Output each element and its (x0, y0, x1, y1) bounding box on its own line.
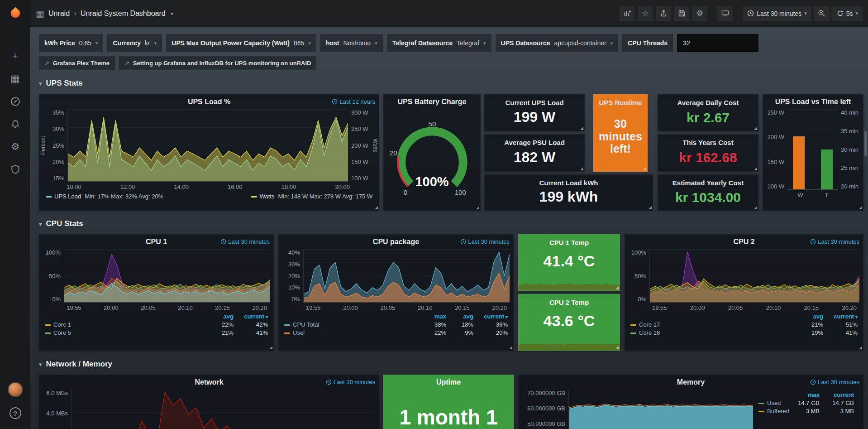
panel-title[interactable]: CPU 2 Temp (549, 299, 589, 306)
panel-title[interactable]: Average Daily Cost (677, 99, 739, 106)
panel-title[interactable]: UPS Load vs Time left (775, 98, 851, 106)
variable-ups-max-output[interactable]: UPS Max Output Power Capacity (Watt) 865… (166, 34, 316, 52)
panel-title[interactable]: Memory (677, 378, 705, 386)
legend-col-header[interactable]: avg (794, 313, 823, 320)
legend-col-header[interactable]: current (473, 313, 508, 320)
panel-title[interactable]: CPU 2 (733, 238, 754, 246)
link-grafana-plex-theme[interactable]: ↗ Grafana Plex Theme (39, 56, 115, 70)
refresh-picker[interactable]: 5s ▾ (832, 6, 863, 21)
variable-telegraf-datasource[interactable]: Telegraf Datasource Telegraf ▾ (387, 34, 491, 52)
cpu-threads-input[interactable] (677, 34, 758, 52)
legend-series[interactable]: Core 5 (45, 329, 205, 336)
variable-kwh-price[interactable]: kWh Price 0.65 ▾ (39, 34, 103, 52)
legend-series[interactable]: Core 16 (630, 329, 794, 336)
dashboards-icon[interactable]: ▦ (10, 73, 21, 85)
legend-col-header[interactable]: current (234, 313, 268, 320)
help-icon[interactable]: ? (10, 407, 21, 419)
legend-col-header[interactable]: current (823, 313, 858, 320)
legend-col-header[interactable]: avg (205, 313, 234, 320)
alerting-bell-icon[interactable] (10, 118, 21, 130)
panel-title[interactable]: CPU package (373, 238, 419, 246)
panel-title[interactable]: Uptime (436, 378, 461, 386)
network-chart[interactable] (71, 390, 375, 429)
panel-cpu2-temp: CPU 2 Temp 43.6 °C (518, 294, 620, 351)
panel-title[interactable]: UPS Runtime (599, 99, 642, 106)
panel-title[interactable]: This Years Cost (682, 139, 733, 146)
legend-col-header[interactable]: max (419, 313, 446, 320)
series-swatch (630, 324, 636, 326)
legend-series[interactable]: Buffered (758, 408, 791, 415)
memory-chart[interactable] (568, 390, 753, 429)
add-panel-button[interactable] (620, 6, 635, 21)
legend-series[interactable]: CPU Total (284, 321, 419, 328)
panel-header[interactable]: Memory Last 30 minutes (519, 375, 863, 390)
legend-entry[interactable]: WattsMin: 148 W Max: 278 W Avg: 175 W (251, 193, 372, 200)
variable-currency[interactable]: Currency kr ▾ (107, 34, 162, 52)
panel-header[interactable]: Network Last 30 minutes (39, 375, 379, 390)
bar-W[interactable] (793, 136, 805, 189)
axis-tick: 0% (52, 296, 61, 303)
panel-title[interactable]: Network (195, 378, 223, 386)
panel-header[interactable]: UPS Battery Charge (397, 95, 466, 109)
bar-T[interactable] (821, 149, 833, 190)
panel-header[interactable]: CPU 1 Last 30 minutes (39, 235, 273, 249)
legend-entry[interactable]: UPS LoadMin: 17% Max: 32% Avg: 20% (46, 193, 163, 200)
panel-header[interactable]: Uptime (436, 375, 461, 390)
panel-title[interactable]: CPU 1 Temp (549, 239, 589, 246)
panel-title[interactable]: CPU 1 (146, 238, 167, 246)
clock-icon (810, 239, 816, 245)
ups-bar-chart[interactable] (787, 109, 838, 190)
breadcrumb-folder[interactable]: Unraid (48, 10, 70, 18)
row-header-network-memory[interactable]: ▾ Network / Memory (39, 357, 112, 371)
cpu1-chart[interactable] (64, 249, 270, 303)
create-icon[interactable]: + (10, 50, 21, 62)
legend-series[interactable]: Used (758, 400, 791, 406)
panel-title[interactable]: Current Load kWh (539, 179, 598, 187)
magnifier-minus-icon (818, 10, 825, 17)
legend-series[interactable]: Core 17 (630, 321, 794, 328)
variable-label: host (326, 39, 339, 47)
ups-load-chart[interactable] (67, 109, 348, 182)
axis-tick: 0% (291, 296, 300, 303)
cpu2-chart[interactable] (649, 249, 859, 303)
panel-title[interactable]: Estimated Yearly Cost (672, 179, 744, 187)
legend-col-header[interactable]: current (820, 391, 854, 398)
time-picker[interactable]: Last 30 minutes ▾ (743, 6, 811, 21)
legend-series[interactable]: Core 1 (45, 321, 205, 328)
grafana-logo[interactable] (0, 0, 30, 27)
legend-series[interactable]: User (284, 329, 419, 336)
configuration-gear-icon[interactable]: ⚙ (10, 141, 21, 153)
zoom-out-button[interactable] (814, 6, 830, 21)
axis-tick: 0% (638, 296, 646, 303)
bar-label: W (797, 192, 803, 198)
explore-compass-icon[interactable] (10, 96, 21, 107)
server-admin-shield-icon[interactable] (10, 164, 21, 175)
save-dashboard-button[interactable] (674, 6, 689, 21)
legend-col-header[interactable]: avg (446, 313, 473, 320)
star-button[interactable]: ☆ (638, 6, 653, 21)
panel-current-load-kwh: Current Load kWh 199 kWh (484, 174, 653, 211)
scrollbar-thumb[interactable] (864, 131, 867, 156)
variable-host[interactable]: host Nostromo ▾ (320, 34, 383, 52)
chevron-down-icon[interactable]: ▾ (171, 10, 173, 17)
panel-header[interactable]: CPU 2 Last 30 minutes (625, 235, 863, 249)
link-ups-monitoring-guide[interactable]: ↗ Setting up Grafana and InfluxDB for UP… (119, 56, 317, 70)
dashboard-settings-button[interactable]: ⚙ (692, 6, 707, 21)
panel-header[interactable]: UPS Load vs Time left (763, 95, 863, 109)
legend-col-header[interactable]: max (791, 391, 820, 398)
panel-header[interactable]: CPU package Last 30 minutes (279, 235, 513, 249)
tv-kiosk-mode-button[interactable] (717, 6, 733, 21)
panel-title[interactable]: Current UPS Load (505, 99, 563, 106)
share-button[interactable] (656, 6, 671, 21)
user-avatar[interactable] (8, 382, 23, 397)
row-header-cpu-stats[interactable]: ▾ CPU Stats (39, 217, 83, 231)
row-header-ups-stats[interactable]: ▾ UPS Stats (39, 77, 83, 90)
variable-ups-datasource[interactable]: UPS Datasource apcupsd-container ▾ (496, 34, 619, 52)
panel-title[interactable]: UPS Load % (188, 98, 230, 106)
dashboard-title[interactable]: Unraid System Dashboard (81, 10, 166, 18)
panel-title[interactable]: UPS Battery Charge (397, 98, 466, 106)
cpu-package-chart[interactable] (303, 249, 510, 303)
panel-title[interactable]: Average PSU Load (504, 139, 565, 146)
panel-header[interactable]: UPS Load % Last 12 hours (39, 95, 379, 109)
axis-tick: 20:00 (690, 304, 705, 311)
